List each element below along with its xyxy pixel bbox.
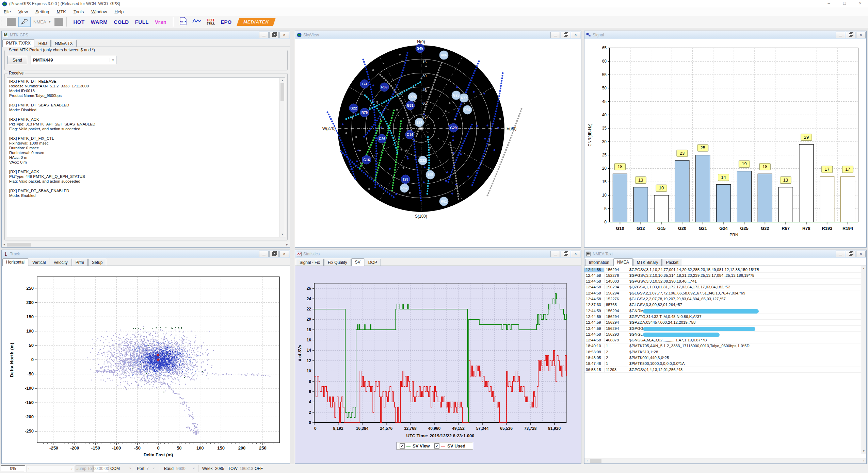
hot-still-button[interactable]: HOT STILL — [207, 18, 215, 25]
nmea-tab-nmea[interactable]: NMEA — [613, 258, 633, 266]
nmea-hscrollbar[interactable]: ‹ › — [584, 458, 866, 463]
skyview-close-button[interactable]: × — [571, 32, 580, 38]
connect-button[interactable] — [18, 17, 31, 27]
nmea-row[interactable]: 12:44:59156294$GNRMC — [584, 308, 861, 314]
com-dropdown[interactable]: COM˅ — [110, 465, 134, 472]
baud-dropdown[interactable]: 9600˅ — [176, 465, 199, 472]
toolbar-blank-button-2[interactable] — [54, 18, 63, 26]
pmtk-button[interactable]: PMTK — [179, 17, 187, 27]
menu-help[interactable]: Help — [111, 9, 127, 14]
nmea-vscrollbar[interactable]: ▲ ▼ — [861, 266, 866, 454]
nmea-tab-packet[interactable]: Packet — [662, 259, 682, 266]
menu-view[interactable]: View — [15, 9, 32, 14]
mtk-titlebar[interactable]: M MTK GPS × — [2, 31, 290, 39]
statistics-minimize-button[interactable] — [550, 251, 560, 257]
vrsn-button[interactable]: Vrsn — [155, 19, 167, 25]
legend-item-sv-used[interactable]: ✓SV Used — [434, 443, 465, 449]
checkbox-checked-icon[interactable]: ✓ — [434, 443, 439, 449]
receive-textarea[interactable]: [RX] PMTK_DT_RELEASE Release Number:AXN_… — [7, 78, 285, 237]
signal-titlebar[interactable]: Signal × — [584, 31, 866, 39]
nmea-hscroll-thumb[interactable] — [590, 459, 601, 463]
track-tab-setup[interactable]: Setup — [88, 259, 106, 266]
menu-mtk[interactable]: MTK — [53, 9, 69, 14]
mtk-close-button[interactable]: × — [279, 32, 289, 38]
nmea-close-button[interactable]: × — [856, 251, 866, 257]
signal-restore-button[interactable] — [846, 32, 855, 38]
menu-file[interactable]: File — [0, 9, 15, 14]
receive-vscroll-thumb[interactable] — [280, 83, 284, 101]
nmea-row[interactable]: 12:44:58156294$GLGSV,2,1,07,77,72,196,,6… — [584, 290, 861, 296]
track-minimize-button[interactable] — [259, 251, 269, 257]
menu-tools[interactable]: Tools — [70, 9, 87, 14]
receive-vscrollbar[interactable]: ▲ ▼ — [279, 78, 285, 237]
skyview-minimize-button[interactable] — [550, 32, 560, 38]
scroll-left-icon[interactable]: ◄ — [2, 242, 7, 247]
mtk-minimize-button[interactable] — [259, 32, 269, 38]
epo-button[interactable]: EPO — [221, 19, 232, 25]
nmea-row[interactable]: 06:53:1511293$GPGSV,4,4,13,12,01,256,*48 — [584, 367, 861, 373]
menu-window[interactable]: Window — [87, 9, 111, 14]
hot-restart-button[interactable]: HOT — [73, 19, 84, 25]
statistics-restore-button[interactable] — [561, 251, 570, 257]
nmea-row[interactable]: 12:44:59156294$GPVTG,314.32,T,,M,0.48,N,… — [584, 314, 861, 320]
nmea-restore-button[interactable] — [846, 251, 855, 257]
cold-restart-button[interactable]: COLD — [114, 19, 129, 25]
scroll-left-icon[interactable]: ‹ — [584, 458, 590, 463]
main-titlebar[interactable]: (PowerGPS Express 3.0.0 ) (Released for … — [0, 0, 868, 7]
warm-restart-button[interactable]: WARM — [91, 19, 108, 25]
nmea-row[interactable]: 12:44:58156294$QZGSV,1,1,03,01,81,172,17… — [584, 284, 861, 290]
protocol-dropdown[interactable]: NMEA ▼ — [33, 19, 51, 24]
minimize-icon[interactable]: – — [821, 0, 837, 7]
close-icon[interactable]: × — [852, 0, 868, 7]
mtk-hscroll-thumb[interactable] — [7, 243, 31, 247]
mtk-restore-button[interactable] — [269, 32, 279, 38]
legend-item-sv-view[interactable]: ✓SV View — [400, 443, 430, 449]
track-tab-horizontal[interactable]: Horizontal — [2, 258, 28, 266]
restore-icon[interactable]: □ — [837, 0, 852, 7]
nmea-row[interactable]: 12:44:58145003$GPGSV,3,3,10,32,08,290,18… — [584, 278, 861, 285]
nmea-tab-information[interactable]: Information — [585, 259, 613, 266]
track-tab-vertical[interactable]: Vertical — [29, 259, 49, 266]
send-button[interactable]: Send — [7, 56, 27, 64]
nmea-row[interactable]: 12:44:58156293$GNGLL — [584, 331, 861, 337]
track-tab-prfm[interactable]: Prfm — [72, 259, 88, 266]
signal-minimize-button[interactable] — [836, 32, 845, 38]
stats-tab-dop[interactable]: DOP — [365, 259, 381, 266]
scroll-down-icon[interactable]: ▼ — [861, 449, 866, 454]
signal-close-button[interactable]: × — [856, 32, 866, 38]
nmea-row[interactable]: 12:44:58468879$GNGSA,M,A,3,02,,,,,,,,,,,… — [584, 337, 861, 343]
nmea-row[interactable]: 18:47:461$PMTK500,1000,0,0,0.0,0.0*1A — [584, 361, 861, 367]
nmea-row[interactable]: 12:44:58156294$GPGSV,3,1,10,24,77,001,14… — [584, 267, 861, 273]
mtk-hscrollbar[interactable]: ◄ ► — [2, 242, 290, 247]
toolbar-blank-button[interactable] — [7, 18, 16, 26]
menu-setting[interactable]: Setting — [32, 9, 53, 14]
playback-slider[interactable]: ‹› — [27, 465, 74, 472]
stats-tab-sv[interactable]: SV — [351, 258, 364, 266]
stats-tab-fix-quality[interactable]: Fix Quality — [324, 259, 351, 266]
waveform-button[interactable] — [192, 18, 201, 26]
scroll-right-icon[interactable]: ► — [285, 242, 290, 247]
nmea-row[interactable]: 12:37:3385765$GLGSV,3,3,09,82,01,264,*57 — [584, 302, 861, 308]
mtk-tab-nmea-tx[interactable]: NMEA TX — [51, 40, 76, 47]
jump-time-field[interactable]: 00:00:00 — [93, 465, 109, 472]
track-tab-velocity[interactable]: Velocity — [50, 259, 71, 266]
statistics-close-button[interactable]: × — [571, 251, 580, 257]
full-restart-button[interactable]: FULL — [135, 19, 149, 25]
scroll-down-icon[interactable]: ▼ — [280, 232, 285, 237]
nmea-row[interactable]: 18:53:082$PMTK513,1*28 — [584, 349, 861, 355]
scroll-right-icon[interactable]: › — [861, 458, 866, 463]
track-close-button[interactable]: × — [279, 251, 289, 257]
checkbox-checked-icon[interactable]: ✓ — [400, 443, 405, 449]
track-restore-button[interactable] — [269, 251, 279, 257]
nmea-row[interactable]: 12:44:59156294$GPGG — [584, 325, 861, 332]
nmea-row[interactable]: 12:44:58152276$GPGSV,3,2,10,10,35,314,18… — [584, 272, 861, 278]
statistics-titlebar[interactable]: Statistics × — [295, 250, 581, 258]
nmea-row[interactable]: 12:44:58152276$GLGSV,2,2,07,78,19,207,29… — [584, 296, 861, 302]
track-titlebar[interactable]: Track × — [2, 250, 290, 258]
nmea-row[interactable]: 18:48:052$PMTK001,449,3,0*25 — [584, 355, 861, 361]
port-dropdown[interactable]: 7˅ — [146, 465, 159, 472]
scroll-up-icon[interactable]: ▲ — [280, 78, 285, 83]
mtk-tab-pmtk-tx-rx[interactable]: PMTK TX/RX — [2, 39, 34, 47]
nmea-minimize-button[interactable] — [836, 251, 845, 257]
nmea-row[interactable]: 18:40:101$PMTK705,AXN_5.1.2_3333_1711300… — [584, 343, 861, 349]
